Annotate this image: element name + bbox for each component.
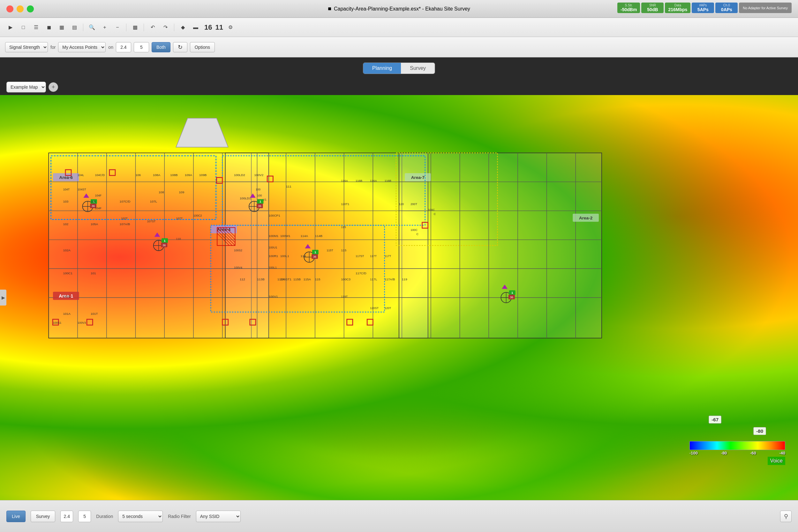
badge-data: Data 216Mbps xyxy=(665,3,690,13)
survey-tab[interactable]: Survey xyxy=(401,63,435,74)
svg-text:104F: 104F xyxy=(95,194,102,197)
options-button[interactable]: Options xyxy=(190,42,215,52)
svg-text:100R1: 100R1 xyxy=(269,254,278,258)
add-map-button[interactable]: + xyxy=(49,82,58,92)
area-tool[interactable]: ▦ xyxy=(56,23,67,32)
ap-count-2: 11 xyxy=(215,23,223,32)
svg-text:100C: 100C xyxy=(428,208,435,211)
channel-input[interactable] xyxy=(134,42,149,52)
duration-label: Duration xyxy=(96,514,113,519)
radio-filter-select[interactable]: Any SSID xyxy=(196,511,241,522)
window-controls xyxy=(6,5,34,13)
svg-text:1: 1 xyxy=(314,250,316,254)
close-button[interactable] xyxy=(6,5,13,13)
svg-text:117ST: 117ST xyxy=(356,254,364,258)
svg-text:107A/B: 107A/B xyxy=(120,222,130,226)
svg-text:116A: 116A xyxy=(341,179,348,183)
svg-text:100V4: 100V4 xyxy=(234,266,242,269)
svg-text:111: 111 xyxy=(286,185,291,188)
legend-labels: -100 -80 -60 -40 xyxy=(689,451,785,455)
svg-text:115: 115 xyxy=(315,278,321,281)
svg-text:100: 100 xyxy=(257,194,262,197)
zoom-button[interactable]: ⚲ xyxy=(780,511,792,522)
copy-tool[interactable]: ▤ xyxy=(69,23,80,32)
svg-text:108: 108 xyxy=(159,190,164,194)
svg-text:120ST: 120ST xyxy=(370,306,379,310)
map-selector[interactable]: Example Map xyxy=(6,82,46,93)
on-label: on xyxy=(108,45,113,50)
collapse-arrow[interactable]: ▶ xyxy=(0,290,6,306)
map-area[interactable]: Area-1 Area-6 Area-4 Area-7 Area-2 1 36 … xyxy=(0,95,798,500)
wall-tool[interactable]: ◼ xyxy=(43,23,54,32)
svg-text:105: 105 xyxy=(91,200,96,203)
svg-text:100LD1: 100LD1 xyxy=(240,196,251,200)
maximize-button[interactable] xyxy=(27,5,34,13)
settings-tool[interactable]: ⚙ xyxy=(225,23,236,32)
voice-label: Voice xyxy=(768,457,785,465)
svg-text:119T: 119T xyxy=(341,295,348,298)
svg-text:115: 115 xyxy=(341,226,346,229)
toolbar-separator-1 xyxy=(83,24,83,31)
ap-group-tool[interactable]: ▬ xyxy=(190,23,201,32)
svg-text:113A: 113A xyxy=(277,278,285,281)
frequency-input[interactable] xyxy=(116,42,131,52)
svg-text:104T: 104T xyxy=(63,188,70,191)
svg-text:104C/D: 104C/D xyxy=(95,173,105,177)
svg-text:102: 102 xyxy=(63,222,69,226)
svg-text:36: 36 xyxy=(162,244,166,247)
toolbar-separator-2 xyxy=(126,24,126,31)
freq-display: 2.4 xyxy=(60,511,73,522)
planning-tab[interactable]: Planning xyxy=(363,63,401,74)
floor-plan: Area-1 Area-6 Area-4 Area-7 Area-2 1 36 … xyxy=(0,95,798,500)
svg-text:36: 36 xyxy=(510,296,513,299)
toolbar-separator-4 xyxy=(174,24,174,31)
badge-snr: SNR 50dB xyxy=(641,3,664,13)
heatmap-type-select[interactable]: Signal Strength xyxy=(5,42,48,52)
svg-text:114B: 114B xyxy=(315,234,323,238)
svg-text:36: 36 xyxy=(258,205,261,208)
toolbar-heatmap: Signal Strength for My Access Points on … xyxy=(0,37,798,57)
svg-text:Area-2: Area-2 xyxy=(579,215,593,221)
svg-text:115A: 115A xyxy=(304,278,311,281)
badge-signal-strength: S.Str. -50dBm xyxy=(617,3,640,13)
access-points-select[interactable]: My Access Points xyxy=(58,42,106,52)
svg-text:109B: 109B xyxy=(199,173,207,177)
cursor-tool[interactable]: ▶ xyxy=(5,23,16,32)
toolbar-icons: ▶ □ ☰ ◼ ▦ ▤ 🔍 + − ▩ ↶ ↷ ◆ ▬ 16 11 ⚙ xyxy=(0,18,798,37)
zoom-in-tool[interactable]: + xyxy=(99,23,110,32)
redo-tool[interactable]: ↷ xyxy=(160,23,171,32)
undo-tool[interactable]: ↶ xyxy=(147,23,158,32)
both-button[interactable]: Both xyxy=(151,42,170,52)
svg-text:36: 36 xyxy=(313,255,316,258)
table-tool[interactable]: ☰ xyxy=(31,23,41,32)
svg-text:100LD2: 100LD2 xyxy=(234,173,245,177)
legend-value-mid: -67 xyxy=(709,416,721,423)
svg-text:C: C xyxy=(416,232,418,236)
live-button[interactable]: Live xyxy=(6,511,25,522)
svg-text:102A: 102A xyxy=(63,248,71,252)
zoom-out-tool[interactable]: − xyxy=(112,23,123,32)
svg-text:V1: V1 xyxy=(263,198,267,201)
svg-text:104F: 104F xyxy=(95,207,102,210)
svg-text:108B: 108B xyxy=(170,173,178,177)
svg-text:119: 119 xyxy=(402,278,407,281)
svg-text:107T: 107T xyxy=(176,217,183,220)
svg-text:109: 109 xyxy=(179,190,184,194)
refresh-button[interactable]: ↻ xyxy=(173,42,187,52)
svg-text:113B: 113B xyxy=(257,278,265,281)
minimize-button[interactable] xyxy=(17,5,24,13)
duration-select[interactable]: 5 seconds xyxy=(118,511,163,522)
svg-text:100W1: 100W1 xyxy=(280,234,290,238)
status-badges: S.Str. -50dBm SNR 50dB Data 216Mbps #APs… xyxy=(617,3,792,13)
svg-text:116A: 116A xyxy=(370,179,377,183)
survey-button[interactable]: Survey xyxy=(31,511,56,522)
svg-rect-14 xyxy=(225,153,428,338)
ap-tool[interactable]: ◆ xyxy=(178,23,188,32)
histogram-tool[interactable]: ▩ xyxy=(130,23,141,32)
svg-text:101A: 101A xyxy=(63,312,71,316)
grid-tool[interactable]: □ xyxy=(18,23,29,32)
zoom-fit-tool[interactable]: 🔍 xyxy=(87,23,97,32)
svg-text:112: 112 xyxy=(240,278,245,281)
svg-text:1: 1 xyxy=(259,200,261,203)
svg-text:100C1: 100C1 xyxy=(63,271,73,275)
